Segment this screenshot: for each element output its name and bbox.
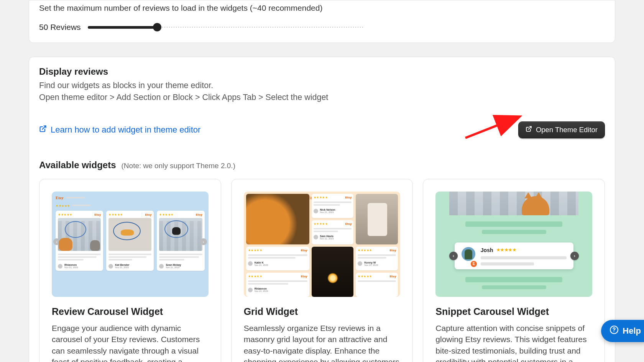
open-theme-editor-button[interactable]: Open Theme Editor xyxy=(518,121,605,138)
display-reviews-subtitle-2: Open theme editor > Add Section or Block… xyxy=(39,93,605,102)
widget-card-carousel[interactable]: Etsy ★★★★★ ‹ ★★★★★Etsy RhiannonNo xyxy=(39,179,221,362)
widget-description: Engage your audience with dynamic carous… xyxy=(52,323,209,362)
preview-nav-next-icon: › xyxy=(570,252,579,260)
available-widgets-note: (Note: we only support Theme 2.0.) xyxy=(122,162,235,170)
slider-thumb[interactable] xyxy=(153,23,161,31)
svg-line-0 xyxy=(42,126,46,129)
open-theme-editor-label: Open Theme Editor xyxy=(536,126,598,134)
widget-title: Grid Widget xyxy=(244,306,401,317)
widget-description: Seamlessly organize Etsy reviews in a ma… xyxy=(244,323,401,362)
widget-title: Snippet Carousel Widget xyxy=(435,306,592,317)
widget-card-grid[interactable]: Etsy ★★★★★EtsyNick NelsonNov 21, 2023 ★★… xyxy=(231,179,413,362)
learn-add-widget-link[interactable]: Learn how to add widget in theme editor xyxy=(39,125,200,135)
learn-add-widget-link-text: Learn how to add widget in theme editor xyxy=(51,125,200,135)
display-reviews-subtitle-1: Find our widgets as blocks in your theme… xyxy=(39,81,605,90)
external-link-icon xyxy=(526,126,532,134)
widget-preview-snippet: ‹ E Josh★★★★★ › xyxy=(435,192,592,297)
widget-card-snippet[interactable]: ‹ E Josh★★★★★ › xyxy=(423,179,605,362)
help-icon xyxy=(610,325,619,337)
settings-card: Set the maximum number of reviews to loa… xyxy=(29,0,615,43)
display-reviews-title: Display reviews xyxy=(39,57,605,77)
max-reviews-description: Set the maximum number of reviews to loa… xyxy=(39,2,605,13)
svg-line-1 xyxy=(528,126,531,129)
available-widgets-title: Available widgets xyxy=(39,160,116,170)
widget-description: Capture attention with concise snippets … xyxy=(435,323,592,362)
preview-nav-prev-icon: ‹ xyxy=(449,252,458,260)
widget-title: Review Carousel Widget xyxy=(52,306,209,317)
widget-preview-carousel: Etsy ★★★★★ ‹ ★★★★★Etsy RhiannonNo xyxy=(52,192,209,297)
svg-point-5 xyxy=(614,331,614,332)
display-reviews-card: Display reviews Find our widgets as bloc… xyxy=(29,57,615,362)
external-link-icon xyxy=(39,125,47,135)
slider-fill xyxy=(88,26,156,29)
help-button[interactable]: Help xyxy=(601,320,644,342)
preview-nav-next-icon: › xyxy=(200,238,207,245)
max-reviews-slider[interactable] xyxy=(88,23,364,31)
widget-preview-grid: Etsy ★★★★★EtsyNick NelsonNov 21, 2023 ★★… xyxy=(244,192,401,297)
slider-value-label: 50 Reviews xyxy=(39,23,81,32)
help-button-label: Help xyxy=(623,326,641,336)
